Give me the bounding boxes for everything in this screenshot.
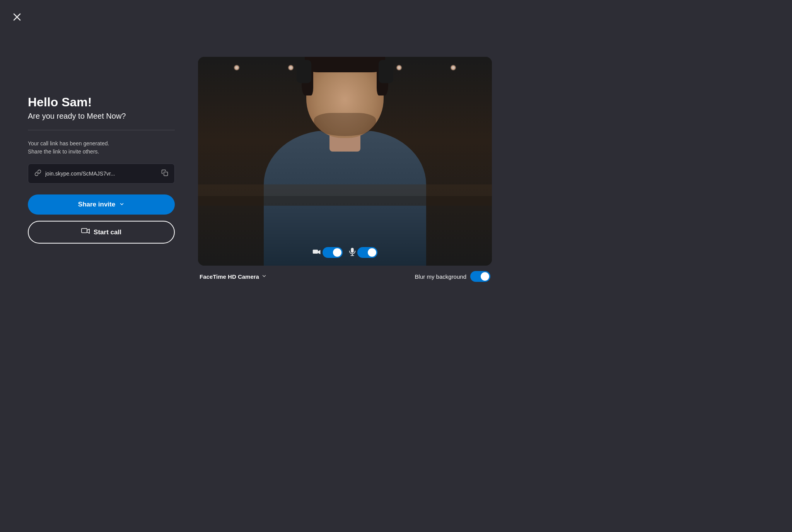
share-invite-label: Share invite (78, 201, 115, 208)
call-link-description: Your call link has been generated.Share … (28, 140, 175, 156)
link-icon (34, 169, 41, 178)
greeting-title: Hello Sam! (28, 95, 175, 109)
mic-icon (349, 247, 356, 258)
call-link-box[interactable]: join.skype.com/ScMAJS7vr... (28, 164, 175, 184)
light-dot (234, 65, 240, 71)
left-panel: Hello Sam! Are you ready to Meet Now? Yo… (28, 95, 175, 244)
camera-chevron-icon (261, 273, 267, 280)
close-button[interactable] (11, 11, 23, 23)
mic-control-group (349, 247, 377, 258)
start-call-label: Start call (94, 228, 121, 236)
blur-label: Blur my background (415, 273, 466, 280)
right-panel: FaceTime HD Camera Blur my background (198, 57, 492, 282)
link-box-left: join.skype.com/ScMAJS7vr... (34, 169, 115, 178)
svg-rect-4 (313, 249, 318, 253)
greeting-subtitle: Are you ready to Meet Now? (28, 112, 175, 121)
svg-rect-3 (82, 228, 87, 233)
camera-icon (312, 248, 321, 257)
blur-control: Blur my background (415, 271, 490, 282)
main-container: Hello Sam! Are you ready to Meet Now? Yo… (0, 0, 520, 339)
start-call-icon (81, 228, 90, 237)
svg-rect-2 (164, 172, 168, 176)
camera-toggle[interactable] (323, 247, 343, 258)
camera-selector[interactable]: FaceTime HD Camera (200, 273, 267, 280)
copy-icon[interactable] (161, 169, 168, 178)
blur-toggle[interactable] (470, 271, 490, 282)
light-dot (450, 65, 456, 71)
share-invite-chevron (119, 201, 125, 208)
svg-rect-5 (351, 247, 353, 252)
call-link-text: join.skype.com/ScMAJS7vr... (45, 171, 115, 177)
camera-selector-label: FaceTime HD Camera (200, 273, 259, 280)
divider (28, 130, 175, 130)
video-bottom-bar: FaceTime HD Camera Blur my background (198, 271, 492, 282)
inner-layout: Hello Sam! Are you ready to Meet Now? Yo… (28, 49, 492, 290)
video-background (198, 57, 492, 266)
start-call-button[interactable]: Start call (28, 221, 175, 244)
video-preview (198, 57, 492, 266)
mic-toggle[interactable] (357, 247, 377, 258)
share-invite-button[interactable]: Share invite (28, 194, 175, 215)
video-controls (312, 247, 377, 258)
camera-control-group (312, 247, 343, 258)
